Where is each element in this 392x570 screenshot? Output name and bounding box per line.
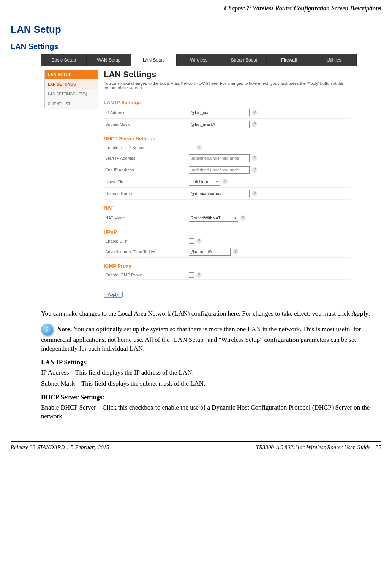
- label-domain-name: Domain Name: [104, 191, 189, 196]
- panel-title: LAN Settings: [104, 70, 351, 79]
- label-subnet-mask: Subnet Mask: [104, 122, 189, 127]
- section-upnp: UPnP: [104, 229, 351, 235]
- sidebar-item-lan-settings[interactable]: LAN SETTINGS: [45, 79, 98, 89]
- ip-address-description: IP Address – This field displays the IP …: [41, 368, 381, 377]
- note-label: Note:: [57, 325, 72, 333]
- heading-lan-setup: LAN Setup: [11, 24, 381, 35]
- sidebar-item-lan-settings-ipv6[interactable]: LAN SETTINGS (IPV6): [45, 89, 98, 99]
- help-icon[interactable]: ?: [196, 145, 202, 150]
- subnet-mask-description: Subnet Mask – This field displays the su…: [41, 379, 381, 388]
- label-enable-dhcp: Enable DHCP Server: [104, 145, 189, 150]
- lan-ip-settings-heading: LAN IP Settings:: [41, 359, 381, 366]
- select-lease-time-value: Half Hour: [191, 179, 208, 184]
- heading-lan-settings: LAN Settings: [11, 42, 381, 51]
- select-nat-mode-value: RoutedWithNAT: [191, 216, 221, 220]
- footer-guide-title: TR3300-AC 802.11ac Wireless Router User …: [256, 444, 371, 450]
- help-icon[interactable]: ?: [196, 238, 202, 244]
- help-icon[interactable]: ?: [233, 249, 238, 254]
- select-lease-time[interactable]: Half Hour ▾: [189, 178, 220, 186]
- help-icon[interactable]: ?: [222, 179, 228, 184]
- chapter-header: Chapter 7: Wireless Router Configuration…: [11, 5, 381, 14]
- help-icon[interactable]: ?: [252, 156, 257, 161]
- tab-wan-setup[interactable]: WAN Setup: [87, 54, 132, 66]
- note-text: You can optionally set up the system so …: [41, 325, 361, 352]
- footer-release: Release 33 STANDARD 1.5 February 2015: [11, 444, 109, 451]
- page-footer: Release 33 STANDARD 1.5 February 2015 TR…: [11, 440, 381, 451]
- input-start-ip[interactable]: [189, 154, 250, 162]
- input-ip-address[interactable]: [189, 109, 250, 116]
- enable-dhcp-description: Enable DHCP Server – Click this checkbox…: [41, 403, 381, 421]
- input-adv-ttl[interactable]: [189, 248, 231, 256]
- checkbox-enable-upnp[interactable]: [189, 238, 194, 244]
- section-igmp-proxy: IGMP Proxy: [104, 263, 351, 269]
- top-tabs: Basic Setup WAN Setup LAN Setup Wireless…: [41, 54, 357, 66]
- help-icon[interactable]: ?: [252, 167, 257, 173]
- input-domain-name[interactable]: [189, 190, 250, 197]
- label-lease-time: Lease Time: [104, 179, 189, 184]
- select-nat-mode[interactable]: RoutedWithNAT ▾: [189, 214, 238, 222]
- label-end-ip: End IP Address: [104, 168, 189, 172]
- label-enable-upnp: Enable UPnP: [104, 239, 189, 243]
- help-icon[interactable]: ?: [240, 215, 246, 221]
- section-lan-ip-settings: LAN IP Settings: [104, 100, 351, 105]
- tab-utilities[interactable]: Utilities: [311, 54, 357, 66]
- help-icon[interactable]: ?: [196, 272, 202, 278]
- tab-firewall[interactable]: Firewall: [267, 54, 312, 66]
- help-icon[interactable]: ?: [252, 110, 257, 115]
- label-adv-ttl: Advertisement Time To Live: [104, 249, 189, 254]
- intro-paragraph: You can make changes to the Local Area N…: [41, 310, 381, 318]
- tab-lan-setup[interactable]: LAN Setup: [131, 54, 177, 66]
- sidebar-header: LAN SETUP: [45, 70, 98, 79]
- label-nat-mode: NAT Mode: [104, 216, 189, 220]
- section-dhcp-server: DHCP Server Settings: [104, 136, 351, 141]
- help-icon[interactable]: ?: [252, 191, 257, 196]
- input-end-ip[interactable]: [189, 166, 250, 174]
- input-subnet-mask[interactable]: [189, 121, 250, 128]
- label-ip-address: IP Address: [104, 110, 189, 115]
- info-icon: i: [41, 324, 53, 336]
- tab-basic-setup[interactable]: Basic Setup: [41, 54, 87, 66]
- note-block: i Note: You can optionally set up the sy…: [41, 324, 381, 353]
- section-nat: NAT: [104, 205, 351, 211]
- tab-streamboost[interactable]: StreamBoost: [221, 54, 267, 66]
- dhcp-server-settings-heading: DHCP Server Settings:: [41, 394, 381, 401]
- panel-description: You can make changes to the Local Area N…: [104, 81, 351, 94]
- chevron-down-icon: ▾: [234, 216, 236, 220]
- help-icon[interactable]: ?: [252, 122, 257, 127]
- label-enable-igmp: Enable IGMP Proxy: [104, 273, 189, 277]
- chevron-down-icon: ▾: [216, 180, 218, 184]
- apply-button[interactable]: Apply: [104, 291, 123, 298]
- router-ui-screenshot: Basic Setup WAN Setup LAN Setup Wireless…: [41, 54, 357, 303]
- tab-wireless[interactable]: Wireless: [177, 54, 222, 66]
- sidebar: LAN SETUP LAN SETTINGS LAN SETTINGS (IPV…: [41, 66, 101, 303]
- label-start-ip: Start IP Address: [104, 156, 189, 160]
- sidebar-item-client-list[interactable]: CLIENT LIST: [45, 99, 98, 109]
- footer-page-number: 35: [376, 444, 381, 450]
- checkbox-enable-dhcp[interactable]: [189, 145, 194, 150]
- checkbox-enable-igmp[interactable]: [189, 272, 194, 278]
